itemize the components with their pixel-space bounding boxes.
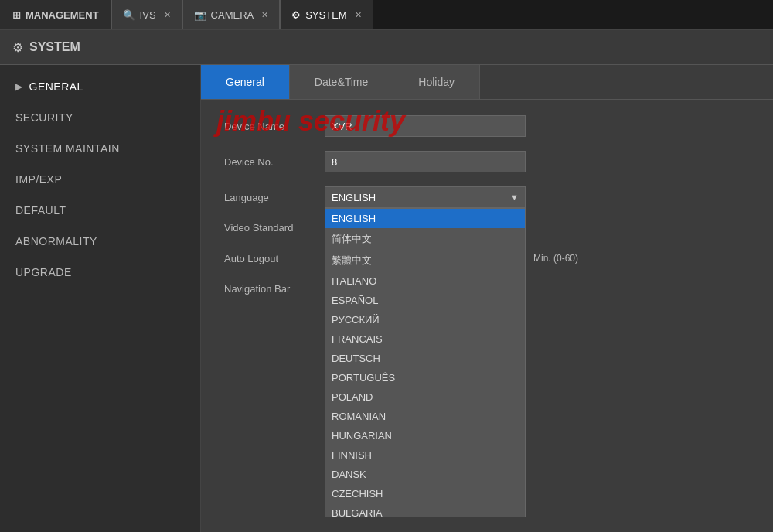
- system-tab-icon: ⚙: [291, 9, 301, 21]
- sidebar-default-label: DEFAULT: [15, 204, 66, 217]
- camera-label: CAMERA: [211, 9, 254, 21]
- ivs-label: IVS: [140, 9, 156, 21]
- sub-tab-bar: General Date&Time Holiday: [201, 65, 773, 100]
- sidebar-imp-exp-label: IMP/EXP: [15, 173, 62, 186]
- sub-tab-general-label: General: [226, 76, 264, 88]
- language-option-english[interactable]: ENGLISH: [325, 209, 525, 228]
- system-header-title: SYSTEM: [29, 40, 80, 54]
- language-option-italiano[interactable]: ITALIANO: [325, 271, 525, 291]
- language-option-poland[interactable]: POLAND: [325, 387, 525, 407]
- auto-logout-min-label: Min. (0-60): [533, 253, 578, 264]
- auto-logout-label: Auto Logout: [224, 253, 325, 264]
- device-no-label: Device No.: [224, 156, 325, 168]
- system-label: SYSTEM: [305, 9, 346, 21]
- tab-management[interactable]: ⊞ MANAGEMENT: [0, 0, 111, 29]
- sidebar-item-security[interactable]: SECURITY: [0, 102, 200, 133]
- sidebar-item-imp-exp[interactable]: IMP/EXP: [0, 164, 200, 195]
- language-selected-text: ENGLISH: [332, 192, 376, 203]
- management-grid-icon: ⊞: [12, 9, 21, 21]
- sidebar-system-maintain-label: SYSTEM MAINTAIN: [15, 142, 120, 155]
- language-dropdown: ENGLISH简体中文繁體中文ITALIANOESPAÑOLРУССКИЙFRA…: [325, 208, 526, 517]
- device-no-row: Device No.: [224, 151, 750, 172]
- language-option-francais[interactable]: FRANCAIS: [325, 329, 525, 349]
- language-option-português[interactable]: PORTUGUÊS: [325, 368, 525, 387]
- language-row: Language ENGLISH ▼ ENGLISH简体中文繁體中文ITALIA…: [224, 186, 750, 208]
- tab-ivs[interactable]: 🔍 IVS ✕: [111, 0, 182, 29]
- language-option-romanian[interactable]: ROMANIAN: [325, 407, 525, 426]
- device-name-row: Device Name: [224, 115, 750, 137]
- sidebar-item-general[interactable]: ▶ GENERAL: [0, 71, 200, 102]
- language-option-繁體中文[interactable]: 繁體中文: [325, 250, 525, 271]
- language-select-display[interactable]: ENGLISH ▼: [325, 186, 526, 208]
- sub-tab-holiday[interactable]: Holiday: [393, 65, 480, 99]
- language-option-dansk[interactable]: DANSK: [325, 465, 525, 484]
- sidebar-general-label: GENERAL: [29, 80, 83, 93]
- sub-tab-holiday-label: Holiday: [418, 76, 455, 88]
- sub-tab-datetime[interactable]: Date&Time: [290, 65, 394, 99]
- system-header-icon: ⚙: [12, 40, 23, 55]
- language-option-deutsch[interactable]: DEUTSCH: [325, 349, 525, 368]
- language-label: Language: [224, 192, 325, 203]
- sidebar: ▶ GENERAL SECURITY SYSTEM MAINTAIN IMP/E…: [0, 65, 201, 532]
- sidebar-item-default[interactable]: DEFAULT: [0, 195, 200, 226]
- sub-tab-datetime-label: Date&Time: [315, 76, 369, 88]
- sidebar-item-abnormality[interactable]: ABNORMALITY: [0, 226, 200, 257]
- language-option-finnish[interactable]: FINNISH: [325, 445, 525, 465]
- tab-bar: ⊞ MANAGEMENT 🔍 IVS ✕ 📷 CAMERA ✕ ⚙ SYSTEM…: [0, 0, 773, 30]
- language-container: ENGLISH ▼ ENGLISH简体中文繁體中文ITALIANOESPAÑOL…: [325, 186, 526, 208]
- ivs-close-icon[interactable]: ✕: [164, 10, 171, 20]
- management-label: MANAGEMENT: [26, 9, 99, 21]
- main-layout: ▶ GENERAL SECURITY SYSTEM MAINTAIN IMP/E…: [0, 65, 773, 532]
- sidebar-abnormality-label: ABNORMALITY: [15, 235, 97, 247]
- content-area: General Date&Time Holiday jimbu security…: [201, 65, 773, 532]
- device-name-label: Device Name: [224, 121, 325, 132]
- language-option-русский[interactable]: РУССКИЙ: [325, 310, 525, 329]
- tab-system[interactable]: ⚙ SYSTEM ✕: [280, 0, 373, 29]
- sidebar-security-label: SECURITY: [15, 111, 73, 124]
- tab-camera[interactable]: 📷 CAMERA ✕: [182, 0, 281, 29]
- ivs-icon: 🔍: [123, 9, 135, 21]
- video-standard-label: Video Standard: [224, 222, 325, 234]
- sidebar-item-system-maintain[interactable]: SYSTEM MAINTAIN: [0, 133, 200, 164]
- language-dropdown-arrow-icon: ▼: [510, 193, 519, 202]
- general-arrow-icon: ▶: [15, 81, 23, 92]
- language-option-czechish[interactable]: CZECHISH: [325, 484, 525, 503]
- navigation-bar-label: Navigation Bar: [224, 283, 325, 295]
- device-no-input[interactable]: [325, 151, 526, 172]
- system-header: ⚙ SYSTEM: [0, 30, 773, 65]
- sidebar-upgrade-label: UPGRADE: [15, 266, 72, 278]
- language-option-hungarian[interactable]: HUNGARIAN: [325, 426, 525, 445]
- system-close-icon[interactable]: ✕: [355, 10, 362, 20]
- camera-close-icon[interactable]: ✕: [261, 10, 268, 20]
- language-option-bulgaria[interactable]: BULGARIA: [325, 503, 525, 517]
- language-option-español[interactable]: ESPAÑOL: [325, 291, 525, 310]
- sidebar-item-upgrade[interactable]: UPGRADE: [0, 257, 200, 288]
- form-area: Device Name Device No. Language ENGLISH …: [201, 100, 773, 324]
- sub-tab-general[interactable]: General: [201, 65, 290, 99]
- language-option-简体中文[interactable]: 简体中文: [325, 228, 525, 250]
- device-name-input[interactable]: [325, 115, 526, 137]
- camera-icon: 📷: [194, 9, 206, 21]
